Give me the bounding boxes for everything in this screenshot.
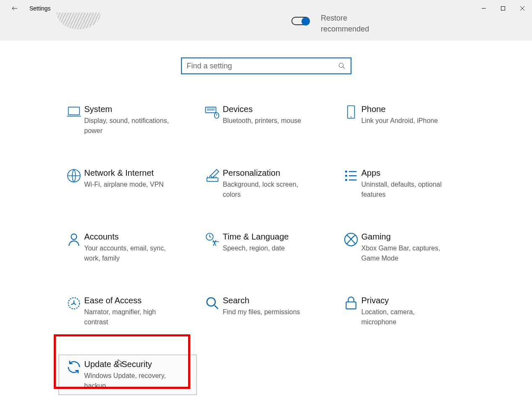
toggle-icon	[291, 17, 310, 25]
category-title: Accounts	[84, 232, 192, 242]
category-gaming[interactable]: GamingXbox Game Bar, captures, Game Mode	[335, 227, 474, 268]
ease-of-access-icon	[66, 295, 82, 312]
category-title: Update & Security	[84, 360, 192, 369]
globe-icon	[66, 167, 82, 184]
category-title: Apps	[362, 168, 469, 178]
category-title: Network & Internet	[84, 168, 192, 178]
sync-icon	[66, 359, 82, 375]
magnifier-icon	[204, 295, 221, 312]
minimize-icon	[481, 6, 486, 11]
paintbrush-icon	[204, 167, 221, 184]
category-desc: Find my files, permissions	[223, 307, 311, 317]
category-search[interactable]: SearchFind my files, permissions	[197, 291, 335, 331]
category-desc: Location, camera, microphone	[362, 307, 450, 327]
settings-grid: SystemDisplay, sound, notifications, pow…	[58, 99, 474, 395]
category-title: Phone	[362, 104, 469, 114]
category-desc: Wi-Fi, airplane mode, VPN	[84, 180, 173, 190]
window-title: Settings	[29, 5, 51, 12]
category-privacy[interactable]: PrivacyLocation, camera, microphone	[335, 291, 474, 331]
svg-point-17	[71, 234, 76, 240]
category-desc: Link your Android, iPhone	[362, 116, 450, 126]
category-phone[interactable]: PhoneLink your Android, iPhone	[335, 99, 474, 140]
apps-list-icon	[343, 167, 359, 184]
svg-rect-22	[346, 302, 356, 309]
svg-point-13	[346, 175, 347, 177]
search-wrap	[0, 57, 532, 74]
category-desc: Windows Update, recovery, backup	[84, 371, 173, 391]
category-update-security[interactable]: Update & SecurityWindows Update, recover…	[58, 354, 197, 395]
maximize-button[interactable]	[493, 0, 513, 17]
category-title: Devices	[223, 104, 330, 114]
category-title: Personalization	[223, 168, 330, 178]
category-devices[interactable]: DevicesBluetooth, printers, mouse	[197, 99, 335, 140]
keyboard-mouse-icon	[204, 104, 221, 120]
category-title: Ease of Access	[84, 296, 192, 305]
svg-point-15	[346, 180, 347, 181]
toggle-label: Restorerecommended	[321, 13, 369, 34]
svg-rect-1	[501, 7, 505, 10]
phone-icon	[343, 104, 359, 120]
restore-recommended-toggle[interactable]: Restorerecommended	[291, 17, 310, 25]
category-title: Privacy	[362, 296, 469, 305]
xbox-icon	[343, 231, 359, 248]
category-desc: Bluetooth, printers, mouse	[223, 116, 311, 126]
category-accounts[interactable]: AccountsYour accounts, email, sync, work…	[58, 227, 197, 268]
account-avatar[interactable]	[57, 13, 101, 29]
search-icon	[338, 62, 346, 70]
search-input[interactable]	[187, 62, 338, 70]
category-title: Time & Language	[223, 232, 330, 242]
category-system[interactable]: SystemDisplay, sound, notifications, pow…	[58, 99, 197, 140]
category-personalization[interactable]: PersonalizationBackground, lock screen, …	[197, 163, 335, 204]
category-desc: Narrator, magnifier, high contrast	[84, 307, 173, 327]
category-desc: Speech, region, date	[223, 243, 311, 253]
header-strip: Restorerecommended	[0, 17, 532, 41]
search-box[interactable]	[181, 57, 351, 74]
category-title: Search	[223, 296, 330, 305]
svg-point-11	[346, 171, 347, 172]
lock-icon	[343, 295, 359, 312]
svg-point-21	[207, 298, 215, 306]
close-button[interactable]	[513, 0, 532, 17]
category-title: Gaming	[362, 232, 469, 242]
svg-rect-10	[207, 178, 218, 181]
category-ease-of-access[interactable]: Ease of AccessNarrator, magnifier, high …	[58, 291, 197, 331]
back-button[interactable]	[0, 0, 29, 17]
arrow-left-icon	[11, 5, 18, 12]
category-time-language[interactable]: Time & LanguageSpeech, region, date	[197, 227, 335, 268]
category-desc: Background, lock screen, colors	[223, 180, 311, 200]
laptop-icon	[66, 104, 82, 120]
maximize-icon	[501, 6, 506, 11]
category-title: System	[84, 104, 192, 114]
category-desc: Display, sound, notifications, power	[84, 116, 173, 136]
svg-point-2	[339, 63, 343, 68]
close-icon	[520, 6, 525, 11]
category-network[interactable]: Network & InternetWi-Fi, airplane mode, …	[58, 163, 197, 204]
time-language-icon	[204, 231, 221, 248]
category-desc: Your accounts, email, sync, work, family	[84, 243, 173, 263]
person-icon	[66, 231, 82, 248]
category-apps[interactable]: AppsUninstall, defaults, optional featur…	[335, 163, 474, 204]
svg-rect-7	[347, 106, 354, 118]
svg-rect-3	[68, 107, 79, 115]
category-desc: Xbox Game Bar, captures, Game Mode	[362, 243, 450, 263]
category-desc: Uninstall, defaults, optional features	[362, 180, 450, 200]
minimize-button[interactable]	[474, 0, 493, 17]
window-controls	[474, 0, 532, 17]
